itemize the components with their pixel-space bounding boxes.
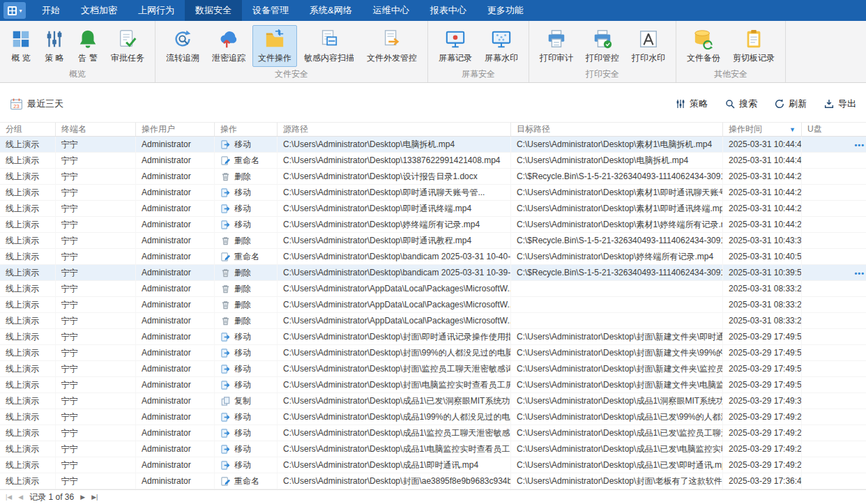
table-row[interactable]: 线上演示宁宁Administrator移动C:\Users\Administra… <box>0 425 866 441</box>
cell-target-path: C:\Users\Administrator\Desktop\封面\新建文件夹\… <box>511 361 723 376</box>
menu-tab-上网行为[interactable]: 上网行为 <box>128 0 185 21</box>
ribbon-button-打印审计[interactable]: 打印审计 <box>534 25 579 67</box>
table-row[interactable]: 线上演示宁宁Administrator删除C:\Users\Administra… <box>0 281 866 297</box>
toolbar-button-策略[interactable]: 策略 <box>675 98 708 110</box>
ribbon-group-label: 概览 <box>0 67 155 82</box>
menu-tab-报表中心[interactable]: 报表中心 <box>420 0 477 21</box>
ribbon-button-敏感内容扫描[interactable]: 敏感内容扫描 <box>298 25 360 67</box>
table-row[interactable]: 线上演示宁宁Administrator移动C:\Users\Administra… <box>0 185 866 201</box>
pager-next-icon[interactable]: ▶ <box>80 494 85 501</box>
cell-source-path: C:\Users\Administrator\Desktop\封面\即时通讯记录… <box>278 329 511 344</box>
pager-first-icon[interactable]: |◀ <box>6 494 12 501</box>
operation-label: 重命名 <box>234 155 259 167</box>
cell-group: 线上演示 <box>0 329 56 344</box>
table-row[interactable]: 线上演示宁宁Administrator移动C:\Users\Administra… <box>0 409 866 425</box>
toolbar-button-刷新[interactable]: 刷新 <box>774 98 807 110</box>
cell-target-path: C:\$Recycle.Bin\S-1-5-21-326340493-11140… <box>511 233 723 248</box>
ribbon-button-文件操作[interactable]: 文件操作 <box>252 25 297 67</box>
ribbon-button-审批任务[interactable]: 审批任务 <box>105 25 150 67</box>
ribbon-button-屏幕记录[interactable]: 屏幕记录 <box>433 25 478 67</box>
table-row[interactable]: 线上演示宁宁Administrator移动C:\Users\Administra… <box>0 345 866 361</box>
menu-tab-运维中心[interactable]: 运维中心 <box>363 0 420 21</box>
table-row[interactable]: 线上演示宁宁Administrator重命名C:\Users\Administr… <box>0 249 866 265</box>
cell-group: 线上演示 <box>0 425 56 441</box>
table-row[interactable]: 线上演示宁宁Administrator移动C:\Users\Administra… <box>0 377 866 393</box>
cell-operation-time: 2025-03-31 10:44:45 <box>723 137 802 152</box>
column-header-usb[interactable]: U盘 <box>802 123 866 136</box>
cell-operation-time: 2025-03-31 08:33:22 <box>723 297 802 312</box>
toolbar-button-导出[interactable]: 导出 <box>823 98 856 110</box>
row-actions-menu-icon[interactable]: ••• <box>854 137 865 153</box>
alarm-icon <box>77 29 98 49</box>
table-row[interactable]: 线上演示宁宁Administrator移动C:\Users\Administra… <box>0 441 866 457</box>
table-row[interactable]: 线上演示宁宁Administrator删除C:\Users\Administra… <box>0 233 866 249</box>
column-header-user[interactable]: 操作用户 <box>136 123 215 136</box>
table-row[interactable]: 线上演示宁宁Administrator移动C:\Users\Administra… <box>0 201 866 217</box>
ribbon-button-打印水印[interactable]: 打印水印 <box>626 25 671 67</box>
pager-last-icon[interactable]: ▶| <box>91 494 98 501</box>
menu-tab-文档加密[interactable]: 文档加密 <box>70 0 128 21</box>
cell-source-path: C:\Users\Administrator\Desktop\成品1\99%的人… <box>278 409 511 425</box>
table-row[interactable]: 线上演示宁宁Administrator删除C:\Users\Administra… <box>0 265 866 281</box>
column-header-label: 目标路径 <box>517 123 550 135</box>
ribbon-button-流转追溯[interactable]: 流转追溯 <box>160 25 205 67</box>
cell-operation-time: 2025-03-29 17:49:55 <box>723 377 802 392</box>
column-header-op[interactable]: 操作 <box>215 123 278 136</box>
column-header-dst[interactable]: 目标路径 <box>511 123 723 136</box>
app-launcher-button[interactable]: ▾ <box>3 2 26 19</box>
table-row[interactable]: 线上演示宁宁Administrator移动C:\Users\Administra… <box>0 137 866 153</box>
ribbon-button-剪切板记录[interactable]: 剪切板记录 <box>727 25 780 67</box>
ribbon-button-策略[interactable]: 策 略 <box>38 25 70 67</box>
column-header-src[interactable]: 源路径 <box>278 123 511 136</box>
cell-user: Administrator <box>136 233 215 248</box>
column-header-time[interactable]: 操作时间▼ <box>723 123 802 136</box>
menu-tab-系统&网络[interactable]: 系统&网络 <box>299 0 363 21</box>
operation-label: 移动 <box>234 347 251 359</box>
column-header-group[interactable]: 分组 <box>0 123 56 136</box>
table-row[interactable]: 线上演示宁宁Administrator删除C:\Users\Administra… <box>0 297 866 313</box>
table-header: 分组终端名操作用户操作源路径目标路径操作时间▼U盘 <box>0 122 866 137</box>
svg-text:23: 23 <box>13 102 19 109</box>
pager-prev-icon[interactable]: ◀ <box>18 494 23 501</box>
ribbon-button-概览[interactable]: 概 览 <box>5 25 37 67</box>
table-row[interactable]: 线上演示宁宁Administrator删除C:\Users\Administra… <box>0 169 866 185</box>
ribbon-button-文件备份[interactable]: 文件备份 <box>681 25 726 67</box>
row-actions-menu-icon[interactable]: ••• <box>854 265 865 281</box>
move-icon <box>220 188 231 198</box>
ribbon-button-泄密追踪[interactable]: 泄密追踪 <box>206 25 251 67</box>
cell-user: Administrator <box>136 281 215 296</box>
table-row[interactable]: 线上演示宁宁Administrator移动C:\Users\Administra… <box>0 361 866 377</box>
operation-label: 移动 <box>234 379 251 391</box>
menu-tab-更多功能[interactable]: 更多功能 <box>477 0 534 21</box>
date-range-selector[interactable]: 23 最近三天 <box>10 98 63 111</box>
filter-bar: 23 最近三天 策略搜索刷新导出 <box>10 95 856 113</box>
cell-terminal: 宁宁 <box>56 345 136 360</box>
table-row[interactable]: 线上演示宁宁Administrator重命名C:\Users\Administr… <box>0 153 866 169</box>
menu-tab-设备管理[interactable]: 设备管理 <box>242 0 299 21</box>
cell-group: 线上演示 <box>0 249 56 264</box>
approval-icon <box>117 29 138 49</box>
table-row[interactable]: 线上演示宁宁Administrator复制C:\Users\Administra… <box>0 393 866 409</box>
cell-operation-time: 2025-03-29 17:49:20 <box>723 409 802 425</box>
table-row[interactable]: 线上演示宁宁Administrator删除C:\Users\Administra… <box>0 313 866 329</box>
ribbon-button-告警[interactable]: 告 警 <box>72 25 104 67</box>
menu-tab-开始[interactable]: 开始 <box>31 0 70 21</box>
delete-icon <box>220 236 231 246</box>
column-header-terminal[interactable]: 终端名 <box>56 123 136 136</box>
menu-tab-数据安全[interactable]: 数据安全 <box>185 0 242 21</box>
toolbar-button-搜索[interactable]: 搜索 <box>724 98 757 110</box>
cell-source-path: C:\Users\Administrator\Desktop\封面\ae3895… <box>278 473 511 489</box>
ribbon-button-屏幕水印[interactable]: 屏幕水印 <box>479 25 524 67</box>
cell-target-path: C:\Users\Administrator\Desktop\成品1\洞察眼MI… <box>511 393 723 408</box>
ribbon-button-文件外发管控[interactable]: 文件外发管控 <box>361 25 423 67</box>
cell-terminal: 宁宁 <box>56 425 136 441</box>
cell-group: 线上演示 <box>0 201 56 216</box>
cell-terminal: 宁宁 <box>56 441 136 457</box>
table-row[interactable]: 线上演示宁宁Administrator重命名C:\Users\Administr… <box>0 473 866 489</box>
ribbon-button-打印管控[interactable]: 打印管控 <box>580 25 625 67</box>
table-row[interactable]: 线上演示宁宁Administrator移动C:\Users\Administra… <box>0 329 866 345</box>
table-row[interactable]: 线上演示宁宁Administrator移动C:\Users\Administra… <box>0 217 866 233</box>
table-row[interactable]: 线上演示宁宁Administrator移动C:\Users\Administra… <box>0 457 866 473</box>
cell-user: Administrator <box>136 249 215 264</box>
filter-dropdown-icon[interactable]: ▼ <box>789 126 796 133</box>
